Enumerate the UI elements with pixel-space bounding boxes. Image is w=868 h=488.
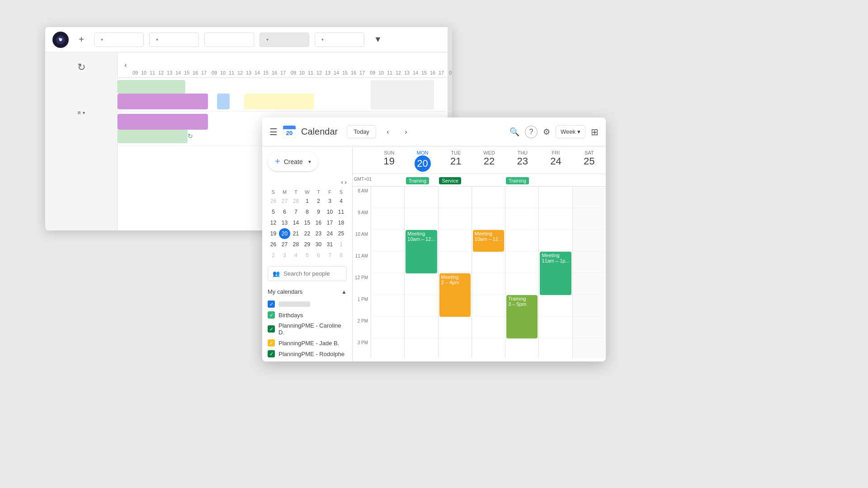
hour-cell[interactable] [371,230,404,252]
settings-icon[interactable]: ⚙ [543,127,550,137]
week-prev-button[interactable]: ‹ [382,126,394,138]
calendar-item-birthdays[interactable]: ✓ Birthdays [268,310,347,320]
help-icon[interactable]: ? [525,126,538,138]
hour-cell[interactable] [539,187,572,208]
hour-cell[interactable] [472,295,505,317]
gantt-bar-yellow[interactable] [244,94,314,109]
allday-event-training-mon[interactable]: Training [406,177,429,184]
hour-cell[interactable] [405,317,438,338]
allday-cell-tue[interactable]: Service [439,176,472,184]
mini-cal-day[interactable]: 12 [268,217,279,228]
mini-cal-day[interactable]: 9 [313,206,324,217]
calendar-item-caroline[interactable]: ✓ PlanningPME - Caroline D. [268,320,347,338]
hour-cell[interactable] [573,208,606,230]
hour-cell[interactable] [405,273,438,295]
hour-cell[interactable] [405,295,438,317]
mini-cal-day[interactable]: 25 [335,228,347,239]
mini-cal-day[interactable]: 8 [335,250,347,261]
hour-cell[interactable] [573,252,606,273]
dropdown-4-active[interactable]: ▾ [259,33,309,47]
mini-cal-day[interactable]: 6 [313,250,324,261]
menu-icon[interactable]: ☰ [269,127,278,137]
gantt-bar-purple-2[interactable] [118,114,208,130]
dropdown-5[interactable]: ▾ [315,33,364,47]
mini-cal-day[interactable]: 31 [324,239,335,250]
hour-cell[interactable] [405,338,438,358]
mini-cal-day[interactable]: 5 [268,206,279,217]
dropdown-1[interactable]: ▾ [94,33,144,47]
hour-cell[interactable] [539,295,572,317]
hour-cell[interactable] [539,338,572,358]
hour-cell[interactable] [539,208,572,230]
mini-cal-day[interactable]: 4 [290,250,302,261]
hour-cell[interactable] [505,273,538,295]
event-meeting-fri[interactable]: Meeting 11am – 1p... [540,252,571,295]
allday-cell-thu[interactable]: Training [506,176,539,184]
hour-cell[interactable] [439,317,472,338]
hour-cell[interactable] [472,317,505,338]
hour-cell[interactable] [371,295,404,317]
calendar-checkbox-caroline[interactable]: ✓ [268,325,275,333]
gantt-bar-green-light-top[interactable] [118,80,185,94]
hour-cell[interactable] [439,208,472,230]
gantt-bar-purple[interactable] [118,94,208,109]
mini-cal-day[interactable]: 27 [279,196,290,206]
mini-cal-day[interactable]: 3 [324,196,335,206]
allday-cell-mon[interactable]: Training [406,176,439,184]
event-training-thu[interactable]: Training 3 – 5pm [506,295,538,338]
mini-cal-day[interactable]: 26 [268,196,279,206]
gantt-bar-green-2[interactable] [118,130,188,143]
hour-cell[interactable] [405,208,438,230]
hour-cell[interactable] [439,187,472,208]
mini-cal-day[interactable]: 27 [279,239,290,250]
mini-cal-day[interactable]: 5 [302,250,313,261]
hour-cell[interactable] [573,187,606,208]
gantt-bar-blue[interactable] [217,94,230,109]
mini-cal-day[interactable]: 22 [302,228,313,239]
event-meeting-tue-2pm[interactable]: Meeting 2 – 4pm [439,273,471,317]
mini-cal-day[interactable]: 30 [313,239,324,250]
refresh-icon-2[interactable]: ↻ [188,132,193,140]
hour-cell[interactable] [539,317,572,338]
hour-cell[interactable] [505,338,538,358]
hour-cell[interactable] [371,208,404,230]
mini-cal-day[interactable]: 21 [290,228,302,239]
event-meeting-mon[interactable]: Meeting 10am – 12... [406,230,437,273]
mini-cal-day[interactable]: 15 [302,217,313,228]
calendar-checkbox-jade[interactable]: ✓ [268,339,275,347]
mini-cal-day[interactable]: 17 [324,217,335,228]
gantt-back-btn[interactable]: ‹ [119,59,132,71]
mini-cal-day[interactable]: 3 [279,250,290,261]
mini-cal-day[interactable]: 2 [313,196,324,206]
apps-grid-icon[interactable]: ⊞ [591,127,599,137]
search-icon[interactable]: 🔍 [509,127,519,137]
mini-cal-day[interactable]: 29 [302,239,313,250]
mini-cal-day[interactable]: 11 [335,206,347,217]
mini-cal-day[interactable]: 4 [335,196,347,206]
calendar-item-rodolphe[interactable]: ✓ PlanningPME - Rodolphe [268,348,347,359]
mini-cal-day[interactable]: 1 [335,239,347,250]
hour-cell[interactable] [505,252,538,273]
hour-cell[interactable] [472,252,505,273]
hour-cell[interactable] [439,230,472,252]
mini-cal-day[interactable]: 7 [290,206,302,217]
sync-icon[interactable]: ↻ [77,61,85,73]
hour-cell[interactable] [472,208,505,230]
hour-cell[interactable] [573,273,606,295]
hour-cell[interactable] [472,187,505,208]
hour-cell[interactable] [505,230,538,252]
hour-cell[interactable] [573,317,606,338]
hour-cell[interactable] [573,230,606,252]
mini-cal-next[interactable]: › [344,178,347,186]
hour-cell[interactable] [371,338,404,358]
calendar-checkbox-personal[interactable]: ✓ [268,300,275,308]
mini-cal-day[interactable]: 2 [268,250,279,261]
mini-cal-day[interactable]: 14 [290,217,302,228]
calendar-checkbox-birthdays[interactable]: ✓ [268,311,275,319]
hour-cell[interactable] [439,252,472,273]
calendar-item-personal[interactable]: ✓ [268,299,347,310]
dropdown-3[interactable] [204,33,254,47]
hour-cell[interactable] [371,187,404,208]
mini-cal-day[interactable]: 26 [268,239,279,250]
hour-cell[interactable] [472,338,505,358]
